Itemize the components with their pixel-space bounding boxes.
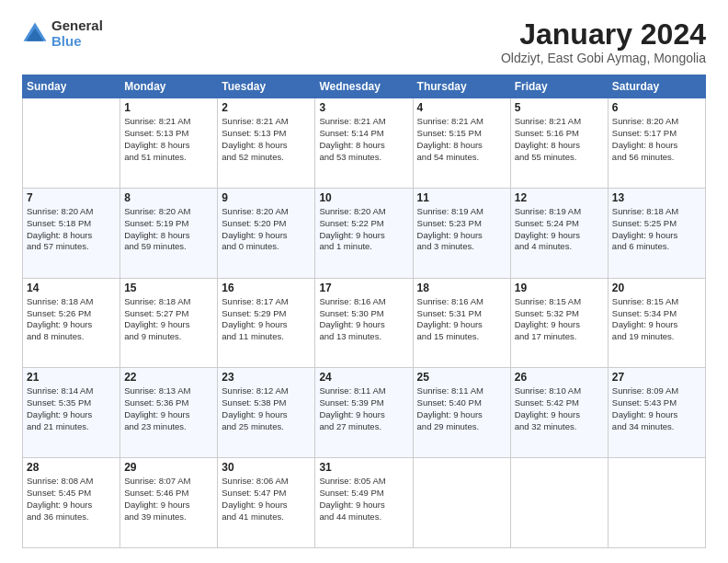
day-info: Sunrise: 8:11 AM Sunset: 5:40 PM Dayligh… (417, 385, 506, 432)
calendar-cell: 21Sunrise: 8:14 AM Sunset: 5:35 PM Dayli… (23, 368, 120, 458)
day-info: Sunrise: 8:14 AM Sunset: 5:35 PM Dayligh… (27, 385, 116, 432)
logo-text: General Blue (51, 18, 103, 49)
calendar-cell: 6Sunrise: 8:20 AM Sunset: 5:17 PM Daylig… (608, 98, 705, 189)
day-number: 1 (124, 101, 213, 114)
day-number: 8 (124, 191, 213, 204)
calendar-cell: 16Sunrise: 8:17 AM Sunset: 5:29 PM Dayli… (218, 278, 315, 368)
calendar-cell: 8Sunrise: 8:20 AM Sunset: 5:19 PM Daylig… (120, 188, 218, 278)
calendar-cell: 22Sunrise: 8:13 AM Sunset: 5:36 PM Dayli… (120, 368, 218, 458)
day-number: 5 (515, 101, 604, 114)
day-number: 20 (612, 282, 701, 294)
day-info: Sunrise: 8:20 AM Sunset: 5:17 PM Dayligh… (612, 116, 701, 163)
day-info: Sunrise: 8:13 AM Sunset: 5:36 PM Dayligh… (124, 385, 213, 432)
calendar-cell: 27Sunrise: 8:09 AM Sunset: 5:43 PM Dayli… (608, 368, 705, 458)
day-number: 6 (612, 101, 701, 114)
weekday-header-monday: Monday (120, 75, 218, 98)
day-info: Sunrise: 8:10 AM Sunset: 5:42 PM Dayligh… (515, 385, 604, 432)
day-number: 27 (612, 371, 701, 384)
month-title: January 2024 (501, 18, 706, 51)
logo-general: General (51, 18, 103, 34)
day-info: Sunrise: 8:08 AM Sunset: 5:45 PM Dayligh… (27, 476, 116, 523)
weekday-header-row: SundayMondayTuesdayWednesdayThursdayFrid… (23, 75, 706, 98)
header: General Blue January 2024 Oldziyt, East … (22, 18, 706, 65)
day-info: Sunrise: 8:15 AM Sunset: 5:32 PM Dayligh… (515, 296, 604, 343)
day-info: Sunrise: 8:19 AM Sunset: 5:24 PM Dayligh… (515, 206, 604, 253)
day-number: 18 (417, 282, 506, 294)
day-number: 23 (222, 371, 311, 384)
calendar-cell: 4Sunrise: 8:21 AM Sunset: 5:15 PM Daylig… (413, 98, 510, 189)
calendar-week-row: 28Sunrise: 8:08 AM Sunset: 5:45 PM Dayli… (23, 458, 706, 548)
day-info: Sunrise: 8:09 AM Sunset: 5:43 PM Dayligh… (612, 385, 701, 432)
day-number: 13 (612, 191, 701, 204)
day-number: 15 (124, 282, 213, 294)
day-number: 29 (124, 461, 213, 474)
day-number: 3 (319, 101, 408, 114)
calendar-cell: 30Sunrise: 8:06 AM Sunset: 5:47 PM Dayli… (218, 458, 315, 548)
calendar-cell: 2Sunrise: 8:21 AM Sunset: 5:13 PM Daylig… (218, 98, 315, 189)
day-info: Sunrise: 8:17 AM Sunset: 5:29 PM Dayligh… (222, 296, 311, 343)
day-number: 11 (417, 191, 506, 204)
day-number: 9 (222, 191, 311, 204)
day-number: 26 (515, 371, 604, 384)
day-number: 30 (222, 461, 311, 474)
day-info: Sunrise: 8:18 AM Sunset: 5:26 PM Dayligh… (27, 296, 116, 343)
day-info: Sunrise: 8:20 AM Sunset: 5:22 PM Dayligh… (319, 206, 408, 253)
calendar-cell: 19Sunrise: 8:15 AM Sunset: 5:32 PM Dayli… (510, 278, 608, 368)
calendar-cell: 28Sunrise: 8:08 AM Sunset: 5:45 PM Dayli… (23, 458, 120, 548)
calendar-cell: 3Sunrise: 8:21 AM Sunset: 5:14 PM Daylig… (315, 98, 413, 189)
weekday-header-tuesday: Tuesday (218, 75, 315, 98)
calendar-cell: 25Sunrise: 8:11 AM Sunset: 5:40 PM Dayli… (413, 368, 510, 458)
day-number: 19 (515, 282, 604, 294)
day-number: 31 (319, 461, 408, 474)
day-info: Sunrise: 8:20 AM Sunset: 5:19 PM Dayligh… (124, 206, 213, 253)
calendar-cell: 24Sunrise: 8:11 AM Sunset: 5:39 PM Dayli… (315, 368, 413, 458)
day-number: 22 (124, 371, 213, 384)
page: General Blue January 2024 Oldziyt, East … (0, 0, 728, 563)
calendar-cell: 12Sunrise: 8:19 AM Sunset: 5:24 PM Dayli… (510, 188, 608, 278)
day-number: 28 (27, 461, 116, 474)
calendar-cell: 20Sunrise: 8:15 AM Sunset: 5:34 PM Dayli… (608, 278, 705, 368)
day-info: Sunrise: 8:06 AM Sunset: 5:47 PM Dayligh… (222, 476, 311, 523)
weekday-header-saturday: Saturday (608, 75, 705, 98)
day-info: Sunrise: 8:18 AM Sunset: 5:25 PM Dayligh… (612, 206, 701, 253)
day-number: 12 (515, 191, 604, 204)
calendar-table: SundayMondayTuesdayWednesdayThursdayFrid… (22, 75, 706, 548)
day-number: 7 (27, 191, 116, 204)
calendar-cell (413, 458, 510, 548)
day-info: Sunrise: 8:15 AM Sunset: 5:34 PM Dayligh… (612, 296, 701, 343)
calendar-cell: 1Sunrise: 8:21 AM Sunset: 5:13 PM Daylig… (120, 98, 218, 189)
day-number: 21 (27, 371, 116, 384)
calendar-cell (23, 98, 120, 189)
calendar-cell: 23Sunrise: 8:12 AM Sunset: 5:38 PM Dayli… (218, 368, 315, 458)
day-info: Sunrise: 8:20 AM Sunset: 5:18 PM Dayligh… (27, 206, 116, 253)
calendar-cell (608, 458, 705, 548)
day-number: 17 (319, 282, 408, 294)
calendar-cell: 7Sunrise: 8:20 AM Sunset: 5:18 PM Daylig… (23, 188, 120, 278)
day-number: 16 (222, 282, 311, 294)
calendar-cell: 5Sunrise: 8:21 AM Sunset: 5:16 PM Daylig… (510, 98, 608, 189)
day-number: 14 (27, 282, 116, 294)
calendar-cell: 11Sunrise: 8:19 AM Sunset: 5:23 PM Dayli… (413, 188, 510, 278)
day-number: 24 (319, 371, 408, 384)
day-number: 10 (319, 191, 408, 204)
weekday-header-friday: Friday (510, 75, 608, 98)
calendar-cell: 15Sunrise: 8:18 AM Sunset: 5:27 PM Dayli… (120, 278, 218, 368)
day-info: Sunrise: 8:05 AM Sunset: 5:49 PM Dayligh… (319, 476, 408, 523)
calendar-cell: 18Sunrise: 8:16 AM Sunset: 5:31 PM Dayli… (413, 278, 510, 368)
weekday-header-sunday: Sunday (23, 75, 120, 98)
calendar-week-row: 21Sunrise: 8:14 AM Sunset: 5:35 PM Dayli… (23, 368, 706, 458)
calendar-week-row: 1Sunrise: 8:21 AM Sunset: 5:13 PM Daylig… (23, 98, 706, 189)
day-info: Sunrise: 8:16 AM Sunset: 5:30 PM Dayligh… (319, 296, 408, 343)
calendar-cell: 14Sunrise: 8:18 AM Sunset: 5:26 PM Dayli… (23, 278, 120, 368)
calendar-cell (510, 458, 608, 548)
calendar-cell: 10Sunrise: 8:20 AM Sunset: 5:22 PM Dayli… (315, 188, 413, 278)
day-info: Sunrise: 8:21 AM Sunset: 5:15 PM Dayligh… (417, 116, 506, 163)
day-number: 25 (417, 371, 506, 384)
day-info: Sunrise: 8:11 AM Sunset: 5:39 PM Dayligh… (319, 385, 408, 432)
day-info: Sunrise: 8:19 AM Sunset: 5:23 PM Dayligh… (417, 206, 506, 253)
day-number: 4 (417, 101, 506, 114)
calendar-cell: 9Sunrise: 8:20 AM Sunset: 5:20 PM Daylig… (218, 188, 315, 278)
day-info: Sunrise: 8:21 AM Sunset: 5:13 PM Dayligh… (222, 116, 311, 163)
day-number: 2 (222, 101, 311, 114)
weekday-header-thursday: Thursday (413, 75, 510, 98)
